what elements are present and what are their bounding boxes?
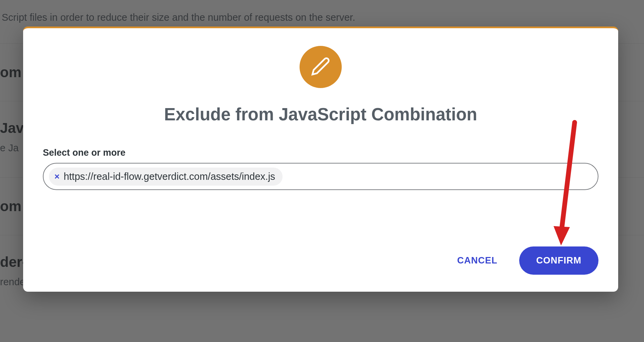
exclude-js-modal: Exclude from JavaScript Combination Sele… [23,27,618,292]
modal-overlay[interactable]: Exclude from JavaScript Combination Sele… [0,0,644,342]
cancel-button[interactable]: CANCEL [457,255,498,266]
pencil-icon [311,56,331,78]
multiselect-input[interactable]: × https://real-id-flow.getverdict.com/as… [43,163,598,190]
confirm-button[interactable]: CONFIRM [519,246,598,275]
multiselect-label: Select one or more [43,148,598,158]
modal-title: Exclude from JavaScript Combination [43,104,598,124]
modal-header-icon-circle [300,46,342,88]
chip-text: https://real-id-flow.getverdict.com/asse… [64,171,275,182]
modal-actions: CANCEL CONFIRM [43,246,598,275]
chip-remove-icon[interactable]: × [54,172,60,181]
selected-chip: × https://real-id-flow.getverdict.com/as… [49,168,283,186]
